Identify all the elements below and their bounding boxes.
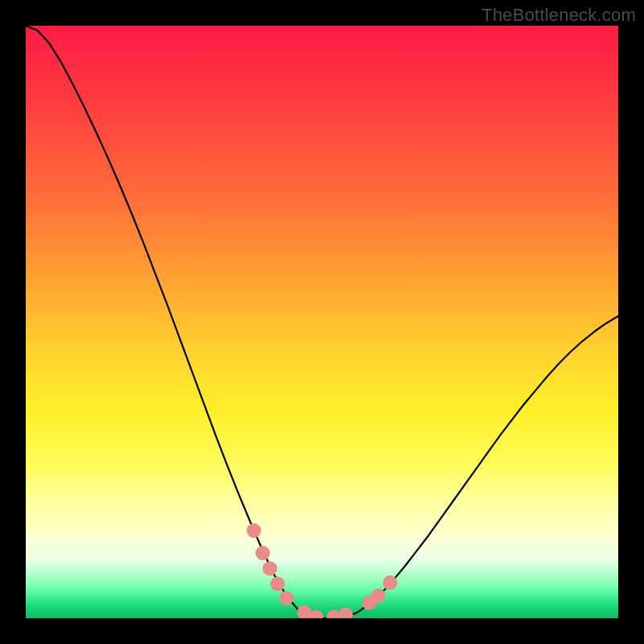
plot-area (26, 26, 618, 618)
chart-frame: TheBottleneck.com (0, 0, 644, 644)
watermark-label: TheBottleneck.com (481, 5, 636, 26)
bottleneck-curve-canvas (26, 26, 618, 618)
